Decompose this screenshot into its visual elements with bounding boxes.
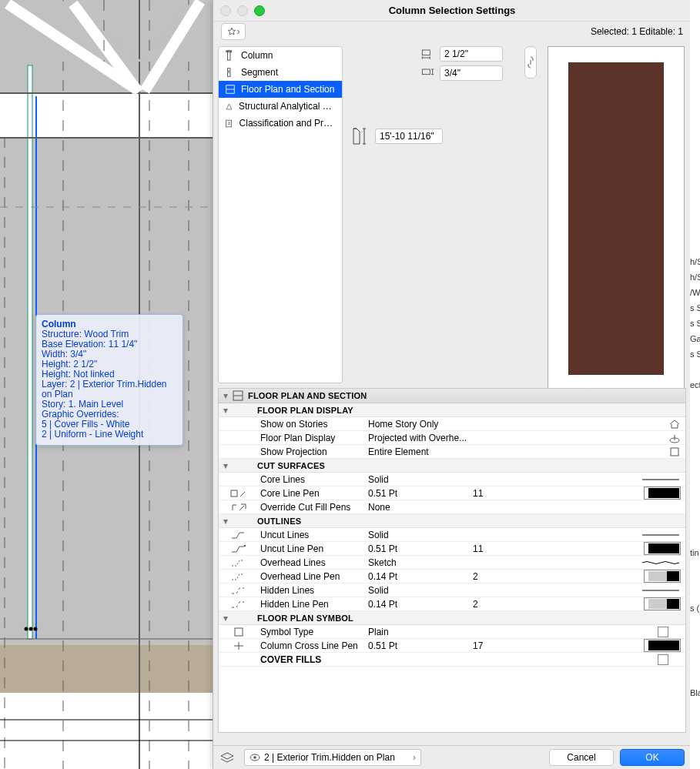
overhead-icon (230, 557, 247, 568)
element-info-tooltip: Column Structure: Wood Trim Base Elevati… (35, 314, 183, 446)
line-preview-icon (641, 476, 681, 483)
disclosure-icon[interactable]: ▾ (219, 613, 233, 624)
row-floor-plan-display[interactable]: Floor Plan Display Projected with Overhe… (219, 431, 685, 445)
nav-item-segment[interactable]: Segment (219, 64, 342, 81)
pen-icon (230, 488, 247, 499)
svg-point-22 (25, 627, 28, 631)
row-column-cross-line-pen[interactable]: Column Cross Line Pen 0.51 Pt 17 (219, 639, 685, 653)
favorites-button[interactable]: › (221, 23, 246, 40)
row-hidden-line-pen[interactable]: Hidden Line Pen 0.14 Pt 2 (219, 597, 685, 611)
classification-icon (225, 118, 234, 129)
override-icon (230, 502, 247, 513)
group-outlines[interactable]: ▾ OUTLINES (219, 514, 685, 528)
tooltip-line: Layer: 2 | Exterior Trim.Hidden on Plan (42, 379, 177, 400)
row-overhead-lines[interactable]: Overhead Lines Sketch (219, 556, 685, 570)
row-show-on-stories[interactable]: Show on Stories Home Story Only (219, 417, 685, 431)
svg-rect-28 (228, 72, 231, 76)
zoom-icon[interactable] (254, 5, 265, 16)
cover-fills-checkbox[interactable] (658, 654, 668, 665)
row-overhead-line-pen[interactable]: Overhead Line Pen 0.14 Pt 2 (219, 570, 685, 583)
svg-rect-37 (422, 69, 430, 75)
row-uncut-lines[interactable]: Uncut Lines Solid (219, 528, 685, 542)
nav-item-structural[interactable]: Structural Analytical Parame... (219, 98, 342, 115)
svg-rect-4 (28, 65, 32, 639)
segment-icon (225, 67, 236, 78)
pen-swatch[interactable] (644, 597, 681, 610)
floorplan-icon (225, 84, 236, 95)
panel-header[interactable]: ▾ FLOOR PLAN AND SECTION (219, 389, 685, 403)
line-preview-icon (641, 587, 681, 593)
hidden-icon (230, 585, 247, 596)
nav-item-column[interactable]: Column (219, 47, 342, 64)
svg-rect-35 (422, 50, 430, 55)
settings-nav: Column Segment Floor Plan and Section St… (218, 46, 343, 383)
close-icon[interactable] (220, 5, 231, 16)
row-symbol-type[interactable]: Symbol Type Plain (219, 625, 685, 639)
svg-point-24 (34, 627, 38, 631)
column-settings-dialog: Column Selection Settings › Selected: 1 … (213, 0, 691, 769)
row-hidden-lines[interactable]: Hidden Lines Solid (219, 583, 685, 597)
projected-icon (668, 433, 681, 443)
group-floor-plan-symbol[interactable]: ▾ FLOOR PLAN SYMBOL (219, 611, 685, 625)
chevron-right-icon: › (413, 752, 416, 763)
star-icon (227, 27, 236, 36)
home-story-icon (668, 419, 681, 430)
row-uncut-line-pen[interactable]: Uncut Line Pen 0.51 Pt 11 (219, 542, 685, 556)
svg-point-48 (244, 544, 246, 546)
preview-solid (568, 62, 664, 375)
svg-rect-46 (231, 490, 237, 497)
pen-icon (230, 543, 247, 554)
row-show-projection[interactable]: Show Projection Entire Element (219, 445, 685, 459)
depth-icon (420, 68, 435, 79)
nav-item-floorplan[interactable]: Floor Plan and Section (219, 81, 342, 98)
minimize-icon[interactable] (237, 5, 248, 16)
cancel-button[interactable]: Cancel (549, 749, 614, 766)
dialog-titlebar[interactable]: Column Selection Settings (213, 0, 691, 22)
disclosure-icon[interactable]: ▾ (219, 460, 233, 471)
dialog-title: Column Selection Settings (389, 5, 516, 16)
symbol-icon (233, 627, 244, 637)
svg-rect-2 (0, 693, 213, 769)
pen-icon (230, 571, 247, 582)
pen-icon (230, 599, 247, 610)
symbol-type-checkbox[interactable] (658, 627, 668, 637)
floorplan-section-icon (233, 390, 248, 401)
svg-rect-50 (235, 628, 243, 636)
svg-rect-27 (228, 69, 231, 72)
row-core-line-pen[interactable]: Core Line Pen 0.51 Pt 11 (219, 486, 685, 500)
layer-combo[interactable]: 2 | Exterior Trim.Hidden on Plan › (244, 749, 421, 766)
pen-swatch[interactable] (644, 639, 681, 652)
structural-icon (225, 101, 233, 112)
disclosure-icon[interactable]: ▾ (219, 516, 233, 527)
nav-item-classification[interactable]: Classification and Properties (219, 115, 342, 132)
chain-icon (527, 56, 534, 69)
ok-button[interactable]: OK (620, 749, 685, 766)
floor-plan-section-panel: ▾ FLOOR PLAN AND SECTION ▾ FLOOR PLAN DI… (218, 388, 686, 733)
row-core-lines[interactable]: Core Lines Solid (219, 473, 685, 486)
pen-swatch[interactable] (644, 570, 681, 583)
link-dimensions-button[interactable] (524, 46, 537, 79)
disclosure-icon[interactable]: ▾ (219, 390, 233, 401)
svg-point-23 (29, 627, 33, 631)
width-input[interactable] (440, 46, 503, 62)
row-override-cut-fill-pens[interactable]: Override Cut Fill Pens None (219, 500, 685, 514)
depth-input[interactable] (440, 65, 503, 81)
chevron-right-icon: › (237, 26, 240, 37)
line-preview-icon (641, 560, 681, 566)
svg-rect-44 (671, 448, 678, 456)
height-input[interactable] (375, 129, 443, 144)
pen-swatch[interactable] (644, 542, 681, 555)
group-cut-surfaces[interactable]: ▾ CUT SURFACES (219, 459, 685, 473)
eye-icon (250, 754, 260, 761)
svg-rect-26 (226, 51, 232, 52)
group-floor-plan-display[interactable]: ▾ FLOOR PLAN DISPLAY (219, 403, 685, 417)
height-icon (350, 125, 369, 147)
cross-icon (232, 640, 246, 651)
pen-swatch[interactable] (644, 486, 681, 500)
disclosure-icon[interactable]: ▾ (219, 405, 233, 416)
width-icon (420, 48, 435, 59)
svg-point-54 (253, 756, 256, 759)
row-cover-fills[interactable]: COVER FILLS (219, 653, 685, 667)
column-icon (225, 50, 236, 61)
uncut-icon (230, 530, 247, 540)
